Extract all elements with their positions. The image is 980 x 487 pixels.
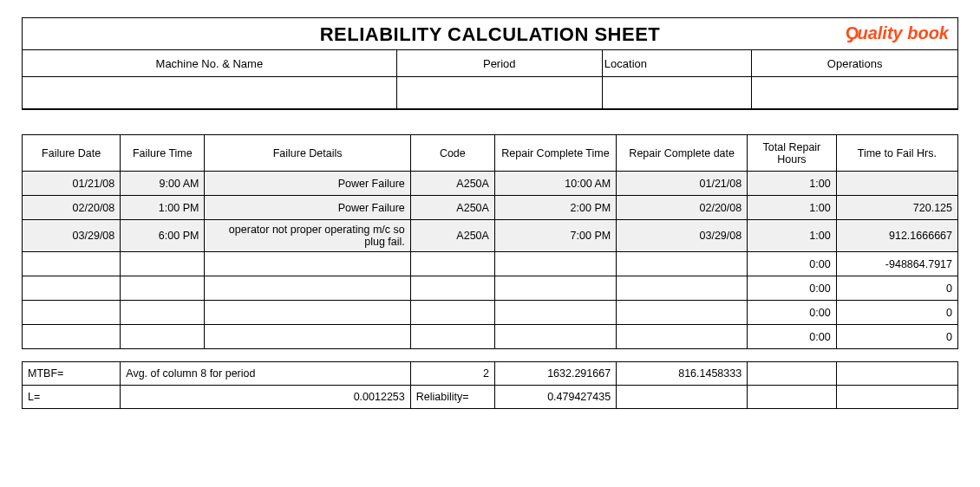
cell-fdate[interactable]: 03/29/08: [23, 220, 121, 252]
cell-rdate[interactable]: [617, 301, 748, 325]
summary-row-l: L= 0.0012253 Reliability= 0.479427435: [23, 386, 958, 409]
reliability-value: 0.479427435: [494, 386, 616, 409]
logo-q-icon: Q: [846, 23, 859, 43]
cell-trh[interactable]: 1:00: [748, 196, 837, 220]
mtbf-desc: Avg. of column 8 for period: [121, 362, 410, 386]
cell-details[interactable]: Power Failure: [205, 172, 410, 196]
reliability-label: Reliability=: [410, 386, 494, 409]
l-label: L=: [23, 386, 121, 409]
cell-ftime[interactable]: [121, 276, 205, 301]
cell-ttf[interactable]: 0: [836, 276, 957, 301]
cell-fdate[interactable]: 02/20/08: [23, 196, 121, 220]
cell-rdate[interactable]: 01/21/08: [617, 172, 748, 196]
cell-ttf[interactable]: 0: [836, 301, 957, 325]
l-blank1: [617, 386, 748, 409]
summary-row-mtbf: MTBF= Avg. of column 8 for period 2 1632…: [23, 362, 958, 386]
hdr-period-value[interactable]: [396, 77, 602, 109]
cell-rdate[interactable]: [617, 252, 748, 276]
cell-code[interactable]: A250A: [410, 220, 494, 252]
cell-rdate[interactable]: [617, 276, 748, 301]
cell-rdate[interactable]: [617, 325, 748, 349]
l-blank3: [836, 386, 957, 409]
title-bar: RELIABILITY CALCULATION SHEET Quality bo…: [22, 17, 958, 110]
cell-ttf[interactable]: 912.1666667: [836, 220, 957, 252]
col-code: Code: [410, 135, 494, 172]
cell-details[interactable]: [205, 325, 410, 349]
table-row: 01/21/089:00 AMPower FailureA250A10:00 A…: [23, 172, 958, 196]
cell-details[interactable]: operator not proper operating m/c so plu…: [205, 220, 410, 252]
cell-fdate[interactable]: [23, 252, 121, 276]
cell-fdate[interactable]: [23, 276, 121, 301]
hdr-period-label: Period: [396, 50, 602, 77]
cell-ttf[interactable]: [836, 172, 957, 196]
cell-details[interactable]: Power Failure: [205, 196, 410, 220]
cell-ttf[interactable]: -948864.7917: [836, 252, 957, 276]
cell-code[interactable]: [410, 276, 494, 301]
table-row: 0:000: [23, 301, 958, 325]
l-value: 0.0012253: [121, 386, 410, 409]
header-table: Machine No. & Name Period Location Opera…: [23, 49, 957, 109]
col-failure-time: Failure Time: [121, 135, 205, 172]
mtbf-sum: 1632.291667: [494, 362, 616, 386]
mtbf-blank1: [748, 362, 837, 386]
hdr-machine-label: Machine No. & Name: [23, 50, 396, 77]
table-row: 0:00-948864.7917: [23, 252, 958, 276]
cell-trh[interactable]: 0:00: [748, 301, 837, 325]
col-total-repair-hours: Total Repair Hours: [748, 135, 837, 172]
hdr-location-label: Location: [602, 50, 751, 77]
cell-rtime[interactable]: [494, 252, 616, 276]
table-row: 02/20/081:00 PMPower FailureA250A2:00 PM…: [23, 196, 958, 220]
cell-rtime[interactable]: 2:00 PM: [494, 196, 616, 220]
cell-ftime[interactable]: 6:00 PM: [121, 220, 205, 252]
col-repair-time: Repair Complete Time: [494, 135, 616, 172]
table-row: 03/29/086:00 PMoperator not proper opera…: [23, 220, 958, 252]
cell-rtime[interactable]: [494, 276, 616, 301]
mtbf-label: MTBF=: [23, 362, 121, 386]
cell-fdate[interactable]: [23, 301, 121, 325]
cell-rdate[interactable]: 03/29/08: [617, 220, 748, 252]
cell-ttf[interactable]: 0: [836, 325, 957, 349]
cell-fdate[interactable]: [23, 325, 121, 349]
cell-rtime[interactable]: 7:00 PM: [494, 220, 616, 252]
cell-trh[interactable]: 1:00: [748, 220, 837, 252]
col-repair-date: Repair Complete date: [617, 135, 748, 172]
cell-trh[interactable]: 1:00: [748, 172, 837, 196]
cell-rdate[interactable]: 02/20/08: [617, 196, 748, 220]
hdr-operations-value[interactable]: [752, 77, 957, 109]
logo-quality-book: Quality book: [846, 23, 949, 43]
cell-trh[interactable]: 0:00: [748, 325, 837, 349]
table-row: 0:000: [23, 276, 958, 301]
cell-ftime[interactable]: [121, 252, 205, 276]
l-blank2: [748, 386, 837, 409]
col-failure-details: Failure Details: [205, 135, 410, 172]
cell-rtime[interactable]: 10:00 AM: [494, 172, 616, 196]
table-row: 0:000: [23, 325, 958, 349]
hdr-location-value[interactable]: [602, 77, 751, 109]
col-failure-date: Failure Date: [23, 135, 121, 172]
cell-code[interactable]: [410, 252, 494, 276]
mtbf-n: 2: [410, 362, 494, 386]
cell-ttf[interactable]: 720.125: [836, 196, 957, 220]
cell-details[interactable]: [205, 301, 410, 325]
mtbf-avg: 816.1458333: [617, 362, 748, 386]
col-time-to-fail: Time to Fail Hrs.: [836, 135, 957, 172]
cell-code[interactable]: [410, 301, 494, 325]
cell-fdate[interactable]: 01/21/08: [23, 172, 121, 196]
cell-code[interactable]: A250A: [410, 172, 494, 196]
cell-ftime[interactable]: [121, 301, 205, 325]
cell-code[interactable]: A250A: [410, 196, 494, 220]
mtbf-blank2: [836, 362, 957, 386]
cell-details[interactable]: [205, 252, 410, 276]
cell-rtime[interactable]: [494, 301, 616, 325]
cell-ftime[interactable]: 1:00 PM: [121, 196, 205, 220]
cell-trh[interactable]: 0:00: [748, 276, 837, 301]
cell-trh[interactable]: 0:00: [748, 252, 837, 276]
page-title: RELIABILITY CALCULATION SHEET: [23, 18, 957, 49]
cell-ftime[interactable]: [121, 325, 205, 349]
cell-code[interactable]: [410, 325, 494, 349]
cell-ftime[interactable]: 9:00 AM: [121, 172, 205, 196]
data-table: Failure Date Failure Time Failure Detail…: [22, 134, 958, 349]
cell-details[interactable]: [205, 276, 410, 301]
cell-rtime[interactable]: [494, 325, 616, 349]
hdr-machine-value[interactable]: [23, 77, 396, 109]
